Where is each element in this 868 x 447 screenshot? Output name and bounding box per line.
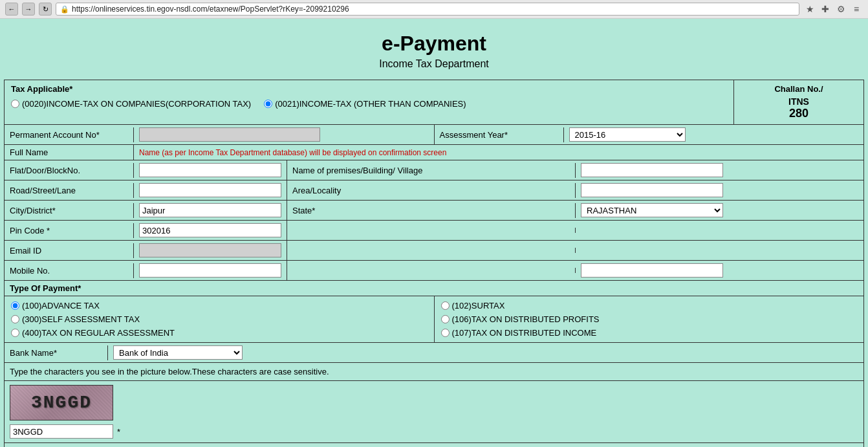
area-input-cell [576,180,863,200]
payment-label-106: (106)TAX ON DISTRIBUTED PROFITS [452,314,600,324]
page-title: e-Payment [6,32,862,56]
payment-radio-300[interactable] [11,315,19,323]
payment-label-102: (102)SURTAX [452,301,505,311]
email-right-spacer [576,248,863,253]
flat-label: Flat/Door/BlockNo. [5,163,134,178]
ay-select-cell: 2015-16 2016-17 2014-15 [564,125,864,144]
city-input[interactable] [139,203,281,217]
pan-input[interactable] [139,127,320,142]
tax-option-0021[interactable]: (0021)INCOME-TAX (OTHER THAN COMPANIES) [264,99,466,109]
mobile-row: Mobile No. [5,261,863,281]
payment-col-left: (100)ADVANCE TAX (300)SELF ASSESSMENT TA… [5,296,435,342]
bank-row: Bank Name* Bank of India State Bank of I… [5,343,863,363]
road-input[interactable] [139,183,281,197]
tax-applicable-label: Tax Applicable* [11,84,727,94]
ay-select[interactable]: 2015-16 2016-17 2014-15 [569,127,686,142]
payment-radio-106[interactable] [441,315,450,323]
browser-actions: ★ ✚ ⚙ ≡ [803,3,863,16]
tax-option-0020-label: (0020)INCOME-TAX ON COMPANIES(CORPORATIO… [22,99,251,109]
lock-icon: 🔒 [60,5,69,14]
state-label: State* [287,203,576,218]
flat-input-cell [134,160,287,180]
tax-option-0021-label: (0021)INCOME-TAX (OTHER THAN COMPANIES) [275,99,466,109]
menu-button[interactable]: ≡ [850,3,863,16]
fullname-row: Full Name Name (as per Income Tax Depart… [5,145,863,160]
fullname-note: Name (as per Income Tax Department datab… [134,146,451,160]
payment-options-row: (100)ADVANCE TAX (300)SELF ASSESSMENT TA… [5,296,863,343]
email-input-cell [134,241,287,260]
mobile-input-cell [134,261,287,280]
payment-radio-102[interactable] [441,301,450,310]
challan-itns: ITNS [788,96,809,107]
pincode-input-cell [134,221,287,240]
email-input[interactable] [139,243,281,257]
challan-label: Challan No./ [774,84,823,94]
tax-applicable-section: Tax Applicable* (0020)INCOME-TAX ON COMP… [5,80,734,124]
captcha-input-row: * [10,424,858,439]
mobile-input-right[interactable] [581,263,723,278]
payment-label-300: (300)SELF ASSESSMENT TAX [22,314,140,324]
area-input[interactable] [581,183,723,197]
payment-label-400: (400)TAX ON REGULAR ASSESSMENT [22,328,175,338]
payment-option-102: (102)SURTAX [441,299,858,312]
captcha-row: 3NGGD * [5,381,863,443]
captcha-image: 3NGGD [10,385,113,420]
pincode-spacer [287,228,576,233]
url-text: https://onlineservices.tin.egov-nsdl.com… [72,5,349,14]
captcha-note: Type the characters you see in the pictu… [5,363,863,381]
state-select[interactable]: RAJASTHAN DELHI MAHARASHTRA KARNATAKA [581,203,723,217]
email-label: Email ID [5,243,134,258]
email-row: Email ID [5,241,863,261]
tax-radio-0021[interactable] [264,100,272,108]
captcha-input[interactable] [10,424,113,439]
premises-input[interactable] [581,163,723,177]
pan-input-cell [134,125,435,144]
bookmark-button[interactable]: ★ [803,3,816,16]
back-button[interactable]: ← [5,3,18,16]
captcha-display-text: 3NGGD [31,393,92,413]
forward-button[interactable]: → [22,3,35,16]
city-input-cell [134,201,287,220]
pincode-label: Pin Code * [5,223,134,238]
pincode-row: Pin Code * [5,221,863,241]
road-row: Road/Street/Lane Area/Locality [5,180,863,201]
payment-col-right: (102)SURTAX (106)TAX ON DISTRIBUTED PROF… [435,296,864,342]
tax-option-0020[interactable]: (0020)INCOME-TAX ON COMPANIES(CORPORATIO… [11,99,251,109]
payment-type-header: Type Of Payment* [5,281,863,296]
captcha-asterisk: * [117,427,120,437]
bank-select[interactable]: Bank of India State Bank of India HDFC B… [113,345,243,360]
flat-input[interactable] [139,163,281,177]
payment-label-100: (100)ADVANCE TAX [22,301,100,311]
bank-label: Bank Name* [5,345,108,360]
challan-number: 280 [789,107,808,120]
bank-select-cell: Bank of India State Bank of India HDFC B… [108,343,248,362]
flat-row: Flat/Door/BlockNo. Name of premises/Buil… [5,160,863,180]
page-subtitle: Income Tax Department [6,58,862,70]
payment-radio-107[interactable] [441,329,450,337]
city-label: City/District* [5,203,134,218]
tax-radio-0020[interactable] [11,100,19,108]
area-label: Area/Locality [287,183,576,198]
road-label: Road/Street/Lane [5,183,134,198]
mobile-spacer [287,268,576,273]
payment-radio-400[interactable] [11,329,19,337]
tax-radio-options: (0020)INCOME-TAX ON COMPANIES(CORPORATIO… [11,99,727,109]
premises-label: Name of premises/Building/ Village [287,163,576,178]
payment-option-400: (400)TAX ON REGULAR ASSESSMENT [11,326,428,340]
reload-button[interactable]: ↻ [39,3,52,16]
pan-row: Permanent Account No* Assessment Year* 2… [5,125,863,145]
note-section: Note: [5,443,863,447]
challan-section: Challan No./ ITNS 280 [734,80,863,124]
email-spacer [287,248,576,253]
settings-button[interactable]: ⚙ [834,3,847,16]
top-section: Tax Applicable* (0020)INCOME-TAX ON COMP… [5,80,863,125]
browser-toolbar: ← → ↻ 🔒 https://onlineservices.tin.egov-… [0,0,868,19]
payment-radio-100[interactable] [11,301,19,310]
mobile-input[interactable] [139,263,281,278]
extensions-button[interactable]: ✚ [819,3,832,16]
state-select-cell: RAJASTHAN DELHI MAHARASHTRA KARNATAKA [576,201,863,220]
main-form: Tax Applicable* (0020)INCOME-TAX ON COMP… [4,80,864,447]
pincode-input[interactable] [139,223,281,237]
fullname-label: Full Name [5,145,134,160]
pincode-right-spacer [576,228,863,233]
